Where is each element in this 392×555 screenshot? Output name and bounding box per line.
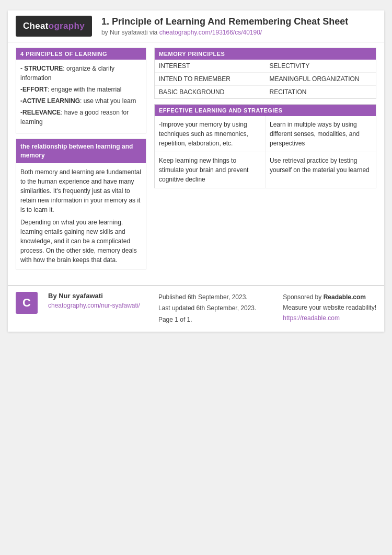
table-row: INTEREST SELECTIVITY xyxy=(155,60,376,73)
memory-table: INTEREST SELECTIVITY INTEND TO REMEMBER … xyxy=(155,60,376,98)
table-row: INTEND TO REMEMBER MEANINGFUL ORGANIZATI… xyxy=(155,73,376,86)
table-row: -Improve your memory by using techniques… xyxy=(155,116,376,152)
page-wrapper: Cheatography 1. Principle of Learning An… xyxy=(8,10,384,332)
table-row: BASIC BACKGROUND RECITATION xyxy=(155,86,376,99)
sponsor-line: Sponsored by Readable.com xyxy=(283,292,376,302)
avatar: C xyxy=(16,292,38,314)
effective-header: EFFECTIVE LEARNING AND STRATEGIES xyxy=(155,105,376,116)
effective-cell-1-1: -Improve your memory by using techniques… xyxy=(155,116,266,152)
table-row: Keep learning new things to stimulate yo… xyxy=(155,152,376,188)
effective-box: EFFECTIVE LEARNING AND STRATEGIES -Impro… xyxy=(154,104,376,188)
main-content: 4 PRINCIPLES OF LEARNING - STRUCTURE: or… xyxy=(8,42,384,280)
logo-ography: ography xyxy=(49,21,85,31)
relationship-content: Both memory and learning are fundamental… xyxy=(16,163,146,269)
subtitle-by: by Nur syafawati via xyxy=(101,29,159,36)
header-subtitle: by Nur syafawati via cheatography.com/19… xyxy=(101,29,348,36)
subtitle-link[interactable]: cheatography.com/193166/cs/40190/ xyxy=(159,29,262,36)
footer: C By Nur syafawati cheatography.com/nur-… xyxy=(8,285,384,332)
relationship-para-2: Depending on what you are learning, lear… xyxy=(20,218,142,265)
learning-bold-4: -RELEVANCE xyxy=(20,109,61,116)
learning-item-4: -RELEVANCE: have a good reason for learn… xyxy=(20,108,142,127)
page-title: 1. Principle of Learning And Remembering… xyxy=(101,16,348,27)
page-number: Page 1 of 1. xyxy=(158,314,272,326)
learning-item-3: -ACTIVE LEARNING: use what you learn xyxy=(20,96,142,106)
left-column: 4 PRINCIPLES OF LEARNING - STRUCTURE: or… xyxy=(16,48,146,275)
header-text: 1. Principle of Learning And Remembering… xyxy=(101,16,348,36)
learning-rest-2: : engage with the materrial xyxy=(48,86,121,93)
learning-box: 4 PRINCIPLES OF LEARNING - STRUCTURE: or… xyxy=(16,48,146,133)
memory-cell-1-2: SELECTIVITY xyxy=(266,60,376,73)
published-date: Published 6th September, 2023. xyxy=(158,292,272,303)
memory-cell-2-2: MEANINGFUL ORGANIZATION xyxy=(266,73,376,86)
memory-cell-1-1: INTEREST xyxy=(155,60,266,73)
footer-meta: Published 6th September, 2023. Last upda… xyxy=(158,292,272,326)
sponsor-desc: Measure your website readability! xyxy=(283,302,376,313)
author-name: By Nur syafawati xyxy=(48,292,140,300)
effective-cell-2-2: Use retrieval practice by testing yourse… xyxy=(266,152,376,188)
effective-cell-1-2: Learn in multiple ways by using differen… xyxy=(266,116,376,152)
right-column: MEMORY PRINCIPLES INTEREST SELECTIVITY I… xyxy=(154,48,376,275)
learning-bold-2: -EFFORT xyxy=(20,86,48,93)
relationship-header: the relationship between learning and me… xyxy=(16,139,146,163)
sponsor-name: Readable.com xyxy=(324,293,366,301)
sponsor-text: Sponsored by xyxy=(283,293,323,301)
learning-item-1: - STRUCTURE: organize & clarify informat… xyxy=(20,64,142,83)
learning-header: 4 PRINCIPLES OF LEARNING xyxy=(16,48,146,60)
logo-cheat: Cheat xyxy=(23,21,49,31)
memory-cell-2-1: INTEND TO REMEMBER xyxy=(155,73,266,86)
last-updated: Last updated 6th September, 2023. xyxy=(158,303,272,314)
memory-box: MEMORY PRINCIPLES INTEREST SELECTIVITY I… xyxy=(154,48,376,99)
memory-cell-3-2: RECITATION xyxy=(266,86,376,99)
footer-sponsor: Sponsored by Readable.com Measure your w… xyxy=(283,292,376,326)
logo[interactable]: Cheatography xyxy=(16,16,92,37)
effective-table: -Improve your memory by using techniques… xyxy=(155,116,376,188)
memory-cell-3-1: BASIC BACKGROUND xyxy=(155,86,266,99)
learning-rest-3: : use what you learn xyxy=(80,97,136,105)
learning-bold-3: -ACTIVE LEARNING xyxy=(20,97,80,105)
author-link[interactable]: cheatography.com/nur-syafawati/ xyxy=(48,302,140,309)
relationship-para-1: Both memory and learning are fundamental… xyxy=(20,167,142,214)
footer-author: By Nur syafawati cheatography.com/nur-sy… xyxy=(48,292,140,326)
relationship-box: the relationship between learning and me… xyxy=(16,139,146,269)
learning-content: - STRUCTURE: organize & clarify informat… xyxy=(16,60,146,133)
learning-bold-1: - STRUCTURE xyxy=(20,65,63,72)
learning-item-2: -EFFORT: engage with the materrial xyxy=(20,85,142,94)
effective-cell-2-1: Keep learning new things to stimulate yo… xyxy=(155,152,266,188)
memory-header: MEMORY PRINCIPLES xyxy=(155,48,376,60)
sponsor-link[interactable]: https://readable.com xyxy=(283,314,340,322)
header: Cheatography 1. Principle of Learning An… xyxy=(8,10,384,42)
